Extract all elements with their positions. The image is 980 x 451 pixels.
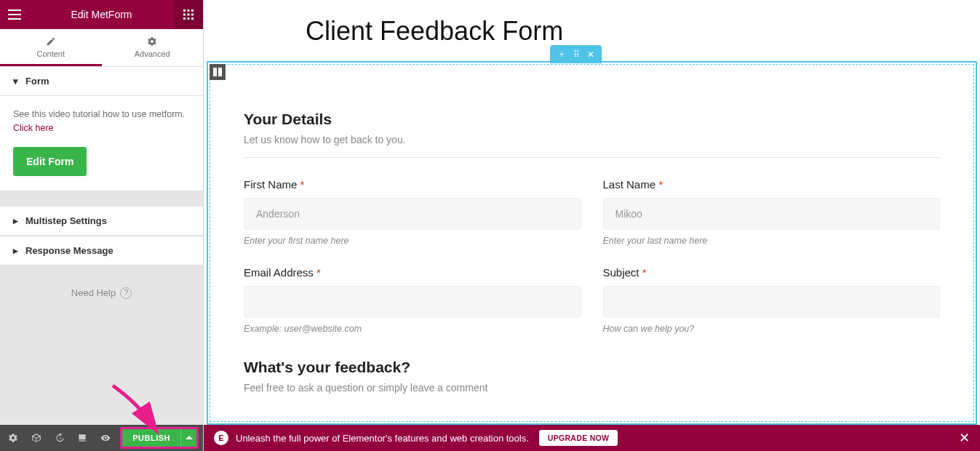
svg-rect-6 xyxy=(183,14,186,16)
tab-content[interactable]: Content xyxy=(0,29,102,66)
tab-advanced[interactable]: Advanced xyxy=(102,29,204,66)
svg-rect-10 xyxy=(188,17,190,20)
banner-text: Unleash the full power of Elementor's fe… xyxy=(236,433,529,444)
field-first-name: First Name * Enter your first name here xyxy=(244,178,581,246)
svg-rect-1 xyxy=(8,14,21,15)
elementor-icon: E xyxy=(214,431,228,445)
section-multistep-head[interactable]: ▸ Multistep Settings xyxy=(0,206,203,236)
last-name-hint: Enter your last name here xyxy=(603,236,941,246)
first-name-hint: Enter your first name here xyxy=(244,236,581,246)
column-icon[interactable] xyxy=(210,64,226,80)
your-details-heading: Your Details xyxy=(244,111,940,128)
publish-button[interactable]: PUBLISH xyxy=(122,429,180,447)
section-form-body: See this video tutorial how to use metfo… xyxy=(0,96,203,191)
menu-icon[interactable] xyxy=(0,0,29,29)
widget-add-icon[interactable]: ＋ xyxy=(557,48,566,60)
svg-rect-9 xyxy=(183,17,186,20)
upgrade-button[interactable]: UPGRADE NOW xyxy=(539,430,618,446)
form-area: Your Details Let us know how to get back… xyxy=(244,60,940,451)
svg-rect-12 xyxy=(213,68,217,76)
email-input[interactable] xyxy=(244,286,581,318)
svg-rect-3 xyxy=(183,9,186,12)
field-last-name: Last Name * Enter your last name here xyxy=(603,178,941,246)
feedback-heading: What's your feedback? xyxy=(244,359,940,376)
upgrade-banner: E Unleash the full power of Elementor's … xyxy=(204,425,980,451)
history-icon[interactable] xyxy=(51,428,68,447)
form-hint: See this video tutorial how to use metfo… xyxy=(13,108,190,135)
sidebar-title: Edit MetForm xyxy=(29,9,174,20)
field-email: Email Address * Example: user@website.co… xyxy=(244,266,581,334)
svg-rect-5 xyxy=(191,9,194,12)
subject-input[interactable] xyxy=(603,286,941,318)
svg-rect-7 xyxy=(188,14,190,16)
sidebar-footer: PUBLISH xyxy=(0,425,203,451)
caret-right-icon: ▸ xyxy=(13,245,18,256)
responsive-icon[interactable] xyxy=(74,428,92,447)
caret-right-icon: ▸ xyxy=(13,215,18,226)
tab-advanced-label: Advanced xyxy=(102,49,204,58)
widget-drag-icon[interactable]: ⠿ xyxy=(573,49,580,60)
email-hint: Example: user@website.com xyxy=(244,324,581,334)
section-multistep-title: Multistep Settings xyxy=(25,215,107,226)
svg-rect-11 xyxy=(191,17,194,20)
widget-close-icon[interactable]: ✕ xyxy=(587,49,594,60)
settings-icon[interactable] xyxy=(4,428,22,447)
preview-icon[interactable] xyxy=(97,428,114,447)
svg-rect-2 xyxy=(8,18,21,20)
svg-rect-0 xyxy=(8,9,21,11)
last-name-input[interactable] xyxy=(603,198,941,230)
form-hint-link[interactable]: Click here xyxy=(13,123,54,133)
your-details-sub: Let us know how to get back to you. xyxy=(244,134,940,158)
svg-rect-4 xyxy=(188,9,190,12)
sidebar-header: Edit MetForm xyxy=(0,0,203,29)
edit-form-button[interactable]: Edit Form xyxy=(13,147,87,176)
section-response-title: Response Message xyxy=(25,245,113,256)
sidebar-sections: ▾ Form See this video tutorial how to us… xyxy=(0,66,203,425)
apps-icon[interactable] xyxy=(174,0,203,29)
navigator-icon[interactable] xyxy=(28,428,45,447)
svg-rect-8 xyxy=(191,14,194,16)
banner-close-icon[interactable]: ✕ xyxy=(959,430,970,446)
editor-canvas: Client Feedback Form ＋ ⠿ ✕ Your Details … xyxy=(204,0,980,451)
tab-content-label: Content xyxy=(0,49,102,58)
section-form-head[interactable]: ▾ Form xyxy=(0,66,203,96)
first-name-input[interactable] xyxy=(244,198,581,230)
caret-down-icon: ▾ xyxy=(13,76,18,87)
sidebar-tabs: Content Advanced xyxy=(0,29,203,66)
publish-group: PUBLISH xyxy=(120,427,199,449)
section-response-head[interactable]: ▸ Response Message xyxy=(0,236,203,266)
editor-sidebar: Edit MetForm Content Advanced ▾ Form xyxy=(0,0,204,451)
help-icon: ? xyxy=(120,287,132,299)
section-form-title: Form xyxy=(25,76,49,87)
need-help[interactable]: Need Help ? xyxy=(0,266,203,321)
svg-rect-13 xyxy=(218,68,222,76)
field-subject: Subject * How can we help you? xyxy=(603,266,941,334)
feedback-sub: Feel free to ask a question or simply le… xyxy=(244,382,940,405)
subject-hint: How can we help you? xyxy=(603,324,941,334)
publish-caret[interactable] xyxy=(180,429,196,447)
